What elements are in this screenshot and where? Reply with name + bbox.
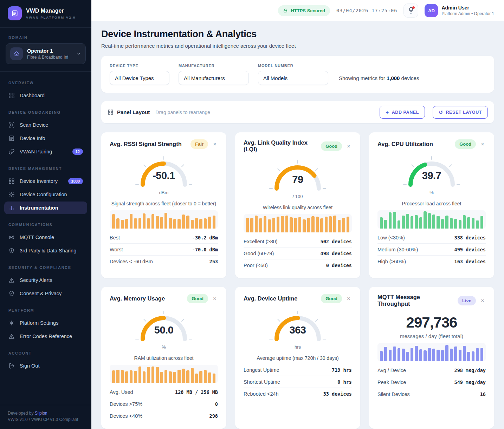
sidebar-item-scan-device[interactable]: Scan Device <box>4 119 87 131</box>
shield-key-icon <box>8 248 15 254</box>
sidebar-item-label: Platform Settings <box>20 320 58 326</box>
histogram-bar <box>450 218 453 229</box>
histogram-bar <box>476 348 479 361</box>
plus-icon: + <box>386 109 389 115</box>
histogram-bar <box>156 216 159 229</box>
gauge-value: 363 <box>266 324 329 336</box>
sidebar-item-platform-settings[interactable]: Platform Settings <box>4 317 87 329</box>
stat-label: Peak Device <box>377 380 406 385</box>
developed-by-line: Developed by Silpion <box>8 410 84 416</box>
stat-row: Silent Devices16 <box>377 388 486 400</box>
stat-label: Devices < -60 dBm <box>110 259 153 264</box>
sidebar-item-sign-out[interactable]: Sign Out <box>4 359 87 372</box>
stat-row: Avg / Device298 msg/day <box>377 364 486 376</box>
sidebar-item-security-alerts[interactable]: Security Alerts <box>4 274 87 286</box>
domain-description: Fibre & Broadband Inf <box>27 55 68 60</box>
panel-title: Avg. Memory Usage <box>110 295 183 302</box>
filter-field-manufacturer: MANUFACTURERAll Manufacturers <box>179 64 249 85</box>
app-root: VWD Manager VWAN PLATFORM V2.0 DOMAIN Op… <box>0 0 504 429</box>
gauge-value: 79 <box>266 174 329 185</box>
stat-value: 338 devices <box>454 235 486 240</box>
user-role: Platform Admin • Operator 1 <box>441 11 494 16</box>
gauge-unit: dBm <box>110 190 218 195</box>
stat-value: 499 devices <box>454 247 486 252</box>
stat-value: 298 <box>209 413 218 419</box>
histogram-bar <box>199 371 202 383</box>
histogram-bar <box>246 218 249 232</box>
panel-avg-cpu-utilization: Avg. CPU UtilizationGood×39.7%Processor … <box>369 132 494 278</box>
sidebar-item-device-inventory[interactable]: Device Inventory1000 <box>4 175 87 187</box>
histogram-bar <box>459 220 461 229</box>
close-icon[interactable]: × <box>479 140 486 148</box>
panel-caption: Average uptime (max 720h / 30 days) <box>244 355 352 361</box>
histogram-bar <box>411 216 413 229</box>
panel-header: Avg. Memory UsageGood× <box>110 294 218 303</box>
panel-layout-title: Panel Layout <box>117 109 150 115</box>
histogram-bar <box>415 346 418 361</box>
count-badge: 1000 <box>68 178 83 184</box>
histogram-bar <box>347 217 349 232</box>
histogram-bar <box>450 349 453 361</box>
stat-label: Devices <40% <box>110 413 142 419</box>
filter-field-model-number: MODEL NUMBERAll Models <box>258 64 328 85</box>
filter-select-manufacturer[interactable]: All Manufacturers <box>179 71 249 85</box>
panel-header: MQTT Message ThroughputLive× <box>377 294 486 307</box>
histogram-bar <box>191 368 194 383</box>
sidebar-item-label: Consent & Privacy <box>20 291 62 296</box>
close-icon[interactable]: × <box>479 297 486 304</box>
close-icon[interactable]: × <box>212 295 218 302</box>
stat-value: 719 hrs <box>332 367 352 373</box>
panel-avg-rssi-signal-strength: Avg. RSSI Signal StrengthFair×-50.1dBmSi… <box>101 132 226 278</box>
developer-link[interactable]: Silpion <box>35 411 47 416</box>
sidebar-item-consent-privacy[interactable]: Consent & Privacy <box>4 287 87 300</box>
histogram-bar <box>204 218 207 229</box>
sidebar-item-dashboard[interactable]: Dashboard <box>4 89 87 102</box>
sidebar-item-label: MQTT Console <box>20 235 54 240</box>
histogram-bar <box>177 370 180 383</box>
histogram-bar <box>393 212 396 229</box>
brand: VWD Manager VWAN PLATFORM V2.0 <box>0 0 91 28</box>
gauge-value: 50.0 <box>132 324 195 336</box>
compliance-text: VWIS v1.0 / VWKI CP v1.0 Compliant <box>8 416 84 423</box>
reset-layout-button[interactable]: ↺RESET LAYOUT <box>433 106 488 119</box>
user-name: Admin User <box>441 5 494 11</box>
histogram-bar <box>316 217 319 232</box>
sidebar-item-instrumentation[interactable]: Instrumentation <box>4 202 87 214</box>
sidebar-item-mqtt-console[interactable]: MQTT Console <box>4 231 87 244</box>
filter-select-device-type[interactable]: All Device Types <box>110 71 169 85</box>
filter-label: DEVICE TYPE <box>110 64 169 68</box>
histogram-bar <box>411 348 413 361</box>
notifications-button[interactable] <box>403 4 418 18</box>
sidebar-item-error-codes-reference[interactable]: Error Codes Reference <box>4 330 87 343</box>
close-icon[interactable]: × <box>212 140 218 148</box>
developed-by-text: Developed by <box>8 411 33 416</box>
histogram-bar <box>406 352 409 361</box>
sidebar-item-vwan-pairing[interactable]: VWAN Pairing12 <box>4 145 87 158</box>
panel-layout-hint: Drag panels to rearrange <box>155 110 376 115</box>
sidebar-item-device-configuration[interactable]: Device Configuration <box>4 188 87 201</box>
histogram-bar <box>268 219 271 232</box>
filter-summary: Showing metrics for 1,000 devices <box>339 75 419 85</box>
histogram-bar <box>303 219 305 232</box>
sidebar-item-device-info[interactable]: Device Info <box>4 132 87 145</box>
stat-value: 298 msg/day <box>454 368 486 373</box>
histogram-bar <box>138 367 141 383</box>
stat-value: 498 devices <box>321 251 352 256</box>
histogram-chart <box>377 343 486 361</box>
histogram-bar <box>338 220 341 232</box>
user-menu[interactable]: AD Admin User Platform Admin • Operator … <box>425 4 494 17</box>
stat-value: 253 <box>209 259 218 264</box>
domain-selector[interactable]: Operator 1 Fibre & Broadband Inf <box>6 43 86 64</box>
close-icon[interactable]: × <box>345 295 352 302</box>
close-icon[interactable]: × <box>345 143 352 150</box>
histogram-bar <box>384 220 387 229</box>
page-content: Device Instrumentation & Analytics Real-… <box>91 21 504 429</box>
filter-select-model-number[interactable]: All Models <box>258 71 328 85</box>
add-panel-button[interactable]: +ADD PANEL <box>380 106 425 119</box>
histogram-bar <box>116 218 119 229</box>
histogram-bar <box>406 214 409 229</box>
stats-list: Longest Uptime719 hrsShortest Uptime0 hr… <box>244 364 352 400</box>
sidebar-item-3rd-party-data-sharing[interactable]: 3rd Party & Data Sharing <box>4 244 87 257</box>
stat-label: Shortest Uptime <box>244 379 280 385</box>
stat-value: -30.2 dBm <box>192 235 218 240</box>
